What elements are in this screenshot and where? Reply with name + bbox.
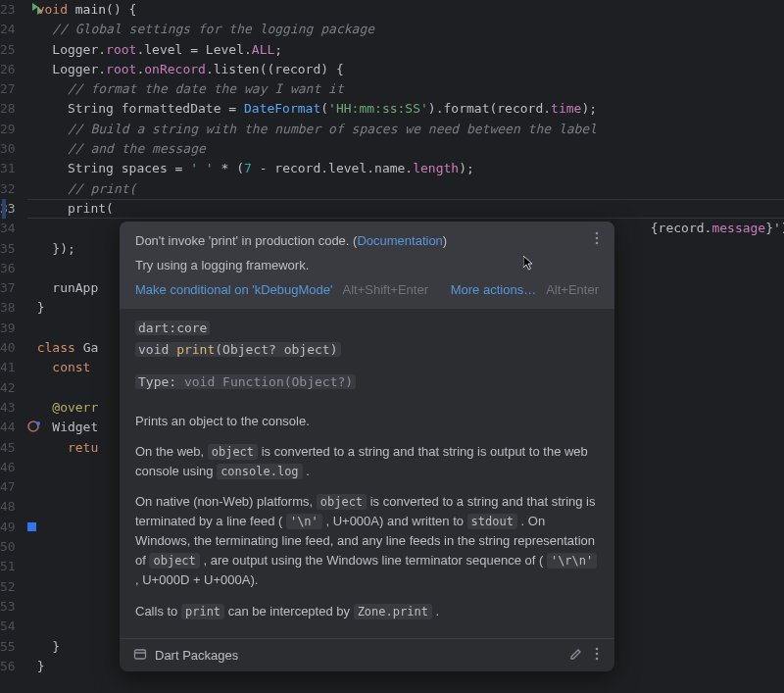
- code-line[interactable]: Logger.root.level = Level.ALL;: [37, 40, 784, 60]
- line-number: 35: [0, 239, 16, 259]
- line-number: 51: [0, 557, 16, 576]
- doc-footer-label: Dart Packages: [155, 648, 238, 663]
- doc-popup: Don't invoke 'print' in production code.…: [120, 222, 614, 671]
- svg-point-2: [596, 232, 599, 235]
- sig-type: Type: void Function(Object?): [135, 374, 356, 389]
- more-actions-link[interactable]: More actions…: [451, 282, 536, 297]
- line-number: 23: [0, 0, 16, 20]
- doc-body: Prints an object to the console. On the …: [120, 398, 614, 638]
- line-number: 48: [0, 497, 16, 517]
- line-number: 27: [0, 79, 16, 99]
- line-number: 39: [0, 319, 16, 338]
- code-line[interactable]: // and the message: [37, 139, 784, 159]
- line-number: 38: [0, 298, 16, 318]
- breakpoint-stripe: [2, 199, 6, 219]
- documentation-link[interactable]: Documentation: [357, 233, 442, 248]
- line-number: 37: [0, 278, 16, 298]
- svg-rect-5: [135, 650, 146, 659]
- doc-p3: On native (non-Web) platforms, object is…: [135, 492, 599, 591]
- doc-p2: On the web, object is converted to a str…: [135, 442, 599, 481]
- gutter: 2324252627282930313233343536373839404142…: [0, 0, 27, 693]
- warning-text-post: ): [443, 233, 447, 248]
- line-number: 24: [0, 20, 16, 39]
- line-number: 25: [0, 40, 16, 60]
- line-number: 46: [0, 458, 16, 477]
- line-number: 52: [0, 577, 16, 597]
- line-number: 45: [0, 438, 16, 458]
- line-number: 47: [0, 477, 16, 497]
- line-number: 44: [0, 418, 16, 437]
- line-number: 34: [0, 219, 16, 238]
- svg-point-4: [596, 242, 599, 245]
- code-line[interactable]: // print(: [37, 179, 784, 199]
- svg-point-8: [596, 657, 599, 660]
- code-line[interactable]: String spaces = ' ' * (7 - record.level.…: [37, 159, 784, 178]
- line-number: 56: [0, 657, 16, 676]
- line-number: 29: [0, 120, 16, 139]
- doc-p1: Prints an object to the console.: [135, 412, 599, 431]
- line-number: 28: [0, 99, 16, 119]
- line-number: 40: [0, 338, 16, 358]
- code-line[interactable]: String formattedDate = DateFormat('HH:mm…: [37, 99, 784, 119]
- code-line[interactable]: // format the date the way I want it: [37, 79, 784, 99]
- line-number: 50: [0, 537, 16, 557]
- edit-icon[interactable]: [569, 647, 583, 664]
- warning-message: Don't invoke 'print' in production code.…: [135, 233, 599, 248]
- line-number: 36: [0, 259, 16, 278]
- popup-menu-icon[interactable]: [591, 231, 603, 248]
- code-line[interactable]: void main() {: [37, 0, 784, 20]
- quickfix-row: Make conditional on 'kDebugMode' Alt+Shi…: [135, 282, 599, 297]
- svg-point-3: [596, 237, 599, 240]
- warning-hint: Try using a logging framework.: [135, 258, 599, 272]
- sig-declaration: void print(Object? object): [135, 342, 341, 357]
- line-number: 42: [0, 378, 16, 398]
- current-line-highlight: [27, 199, 784, 219]
- warning-section: Don't invoke 'print' in production code.…: [120, 222, 614, 309]
- line-number: 41: [0, 358, 16, 377]
- line-number: 43: [0, 398, 16, 418]
- svg-point-7: [596, 652, 599, 655]
- line-number: 33: [0, 199, 16, 219]
- line-number: 31: [0, 159, 16, 178]
- code-line[interactable]: Logger.root.onRecord.listen((record) {: [37, 60, 784, 79]
- code-line[interactable]: // Build a string with the number of spa…: [37, 120, 784, 139]
- quickfix-link[interactable]: Make conditional on 'kDebugMode': [135, 282, 333, 297]
- line-number: 54: [0, 617, 16, 636]
- doc-footer: Dart Packages: [120, 638, 614, 671]
- svg-point-6: [596, 647, 599, 650]
- warning-text: Don't invoke 'print' in production code.…: [135, 233, 357, 248]
- line-number: 30: [0, 139, 16, 159]
- code-line[interactable]: // Global settings for the logging packa…: [37, 20, 784, 39]
- doc-p4: Calls to print can be intercepted by Zon…: [135, 602, 599, 621]
- more-actions-shortcut: Alt+Enter: [546, 282, 599, 297]
- sig-library: dart:core: [135, 321, 210, 335]
- line-number: 55: [0, 637, 16, 657]
- line-number: 26: [0, 60, 16, 79]
- line-number: 49: [0, 518, 16, 537]
- line-number: 53: [0, 597, 16, 617]
- signature-section: dart:core void print(Object? object) Typ…: [120, 309, 614, 398]
- line-number: 32: [0, 179, 16, 199]
- kebab-menu-icon[interactable]: [591, 647, 603, 664]
- quickfix-shortcut: Alt+Shift+Enter: [343, 282, 428, 297]
- package-icon: [133, 647, 147, 664]
